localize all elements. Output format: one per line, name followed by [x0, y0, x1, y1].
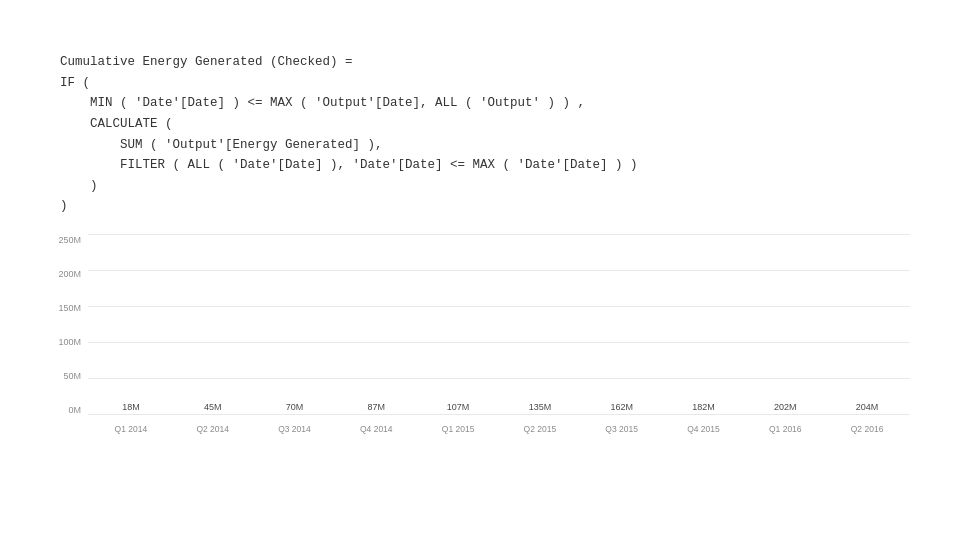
x-axis-label: Q2 2015	[502, 420, 578, 445]
code-block: Cumulative Energy Generated (Checked) =I…	[50, 52, 910, 217]
bar-value-label: 70M	[286, 402, 304, 412]
chart-area: 0M50M100M150M200M250M 18M45M70M87M107M13…	[50, 235, 910, 445]
y-axis: 0M50M100M150M200M250M	[50, 235, 85, 415]
bar-group: 70M	[257, 402, 333, 415]
bar-group: 18M	[93, 402, 169, 415]
x-axis-label: Q2 2016	[829, 420, 905, 445]
chart-inner: 18M45M70M87M107M135M162M182M202M204M	[88, 235, 910, 415]
y-axis-label: 0M	[50, 405, 85, 415]
bar-group: 135M	[502, 402, 578, 415]
bar-value-label: 162M	[610, 402, 633, 412]
x-labels: Q1 2014Q2 2014Q3 2014Q4 2014Q1 2015Q2 20…	[88, 420, 910, 445]
code-line: SUM ( 'Output'[Energy Generated] ),	[60, 135, 910, 156]
bar-group: 107M	[420, 402, 496, 415]
y-axis-label: 50M	[50, 371, 85, 381]
x-axis-label: Q4 2014	[338, 420, 414, 445]
x-axis-label: Q1 2016	[747, 420, 823, 445]
bar-group: 202M	[747, 402, 823, 415]
code-line: Cumulative Energy Generated (Checked) =	[60, 52, 910, 73]
x-axis-label: Q1 2014	[93, 420, 169, 445]
bar-value-label: 45M	[204, 402, 222, 412]
bar-value-label: 18M	[122, 402, 140, 412]
y-axis-label: 250M	[50, 235, 85, 245]
bar-value-label: 204M	[856, 402, 879, 412]
page: Cumulative Energy Generated (Checked) =I…	[0, 0, 960, 540]
bar-group: 204M	[829, 402, 905, 415]
x-axis-label: Q2 2014	[175, 420, 251, 445]
y-axis-label: 100M	[50, 337, 85, 347]
code-line: FILTER ( ALL ( 'Date'[Date] ), 'Date'[Da…	[60, 155, 910, 176]
code-line: CALCULATE (	[60, 114, 910, 135]
bar-group: 162M	[584, 402, 660, 415]
code-line: MIN ( 'Date'[Date] ) <= MAX ( 'Output'[D…	[60, 93, 910, 114]
code-line: )	[60, 176, 910, 197]
y-axis-label: 150M	[50, 303, 85, 313]
code-line: IF (	[60, 73, 910, 94]
bars-container: 18M45M70M87M107M135M162M182M202M204M	[88, 235, 910, 415]
bar-value-label: 107M	[447, 402, 470, 412]
code-line: )	[60, 196, 910, 217]
x-axis-label: Q3 2015	[584, 420, 660, 445]
y-axis-label: 200M	[50, 269, 85, 279]
bar-value-label: 202M	[774, 402, 797, 412]
bar-value-label: 87M	[368, 402, 386, 412]
bar-group: 182M	[666, 402, 742, 415]
bar-group: 87M	[338, 402, 414, 415]
x-axis-label: Q1 2015	[420, 420, 496, 445]
bar-value-label: 182M	[692, 402, 715, 412]
bar-value-label: 135M	[529, 402, 552, 412]
x-axis-label: Q4 2015	[666, 420, 742, 445]
bar-group: 45M	[175, 402, 251, 415]
x-axis-label: Q3 2014	[257, 420, 333, 445]
